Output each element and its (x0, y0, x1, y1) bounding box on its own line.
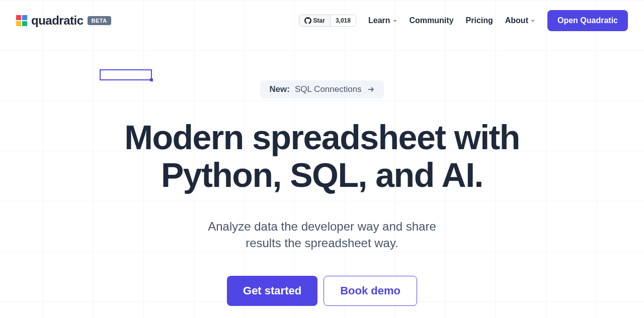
nav-about[interactable]: About (505, 16, 535, 25)
nav-learn-label: Learn (368, 16, 390, 25)
hero-title: Modern spreadsheet with Python, SQL, and… (96, 119, 548, 194)
nav-about-label: About (505, 16, 528, 25)
nav-community[interactable]: Community (410, 16, 454, 25)
nav-community-label: Community (410, 16, 454, 25)
quadratic-logo-icon (16, 15, 27, 26)
github-star-count[interactable]: 3,018 (331, 15, 356, 26)
get-started-button[interactable]: Get started (227, 276, 317, 306)
beta-badge: BETA (88, 16, 111, 25)
chevron-down-icon (530, 18, 535, 23)
chevron-down-icon (392, 18, 397, 23)
github-star-label: Star (313, 17, 325, 24)
nav-right: Star 3,018 Learn Community Pricing About… (299, 10, 628, 31)
main-content: New: SQL Connections Modern spreadsheet … (0, 41, 644, 306)
announcement-new-label: New: (269, 84, 290, 94)
announcement-text: SQL Connections (295, 84, 362, 94)
announcement-pill[interactable]: New: SQL Connections (260, 80, 383, 98)
logo-group[interactable]: quadratic BETA (16, 14, 111, 28)
github-star-button[interactable]: Star (299, 15, 331, 26)
nav-learn[interactable]: Learn (368, 16, 397, 25)
book-demo-button[interactable]: Book demo (324, 276, 417, 306)
github-icon (304, 17, 311, 24)
brand-name: quadratic (31, 14, 84, 28)
header: quadratic BETA Star 3,018 Learn Communit… (0, 0, 644, 41)
nav-pricing[interactable]: Pricing (466, 16, 493, 25)
nav-pricing-label: Pricing (466, 16, 493, 25)
github-star-widget[interactable]: Star 3,018 (299, 15, 356, 27)
arrow-right-icon (367, 85, 375, 93)
cta-row: Get started Book demo (227, 276, 417, 306)
hero-subtitle: Analyze data the developer way and share… (196, 218, 448, 252)
open-quadratic-button[interactable]: Open Quadratic (547, 10, 628, 31)
